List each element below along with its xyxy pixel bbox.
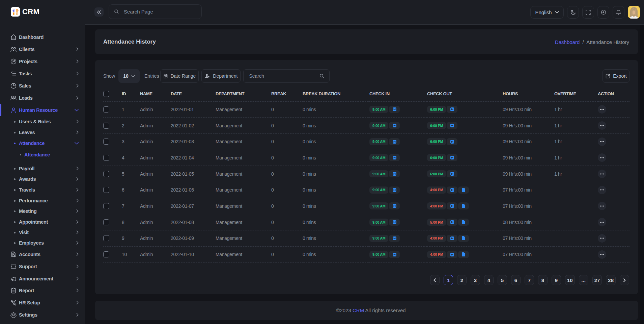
- svg-text:stop: stop: [15, 9, 19, 16]
